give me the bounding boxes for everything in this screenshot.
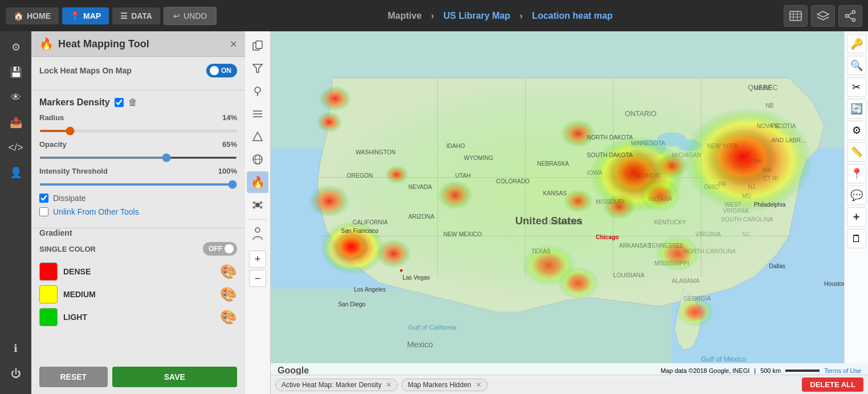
svg-line-9 — [848, 17, 853, 19]
radius-value: 14% — [222, 113, 237, 122]
zoom-out-button[interactable]: − — [249, 270, 266, 287]
heat-map-badge-text: Active Heat Map: Marker Density — [282, 381, 381, 389]
map-label: MAP — [83, 11, 101, 20]
svg-text:NH: NH — [754, 158, 763, 164]
sidebar-save[interactable]: 💾 — [5, 61, 27, 84]
map-tool-fire[interactable]: 🔥 — [247, 171, 268, 193]
delete-all-button[interactable]: DELETE ALL — [802, 377, 863, 392]
map-container[interactable]: United States Mexico ONTARIO QUEBEC WASH… — [271, 31, 868, 394]
right-icon-settings[interactable]: ⚙ — [847, 121, 866, 140]
right-icon-table[interactable]: 🗒 — [847, 229, 866, 248]
right-icon-ruler[interactable]: 📏 — [847, 142, 866, 162]
svg-text:NJ: NJ — [748, 184, 755, 190]
intensity-row: Intensity Threshold 100% — [39, 167, 237, 188]
svg-text:ILLINOIS: ILLINOIS — [637, 173, 661, 179]
breadcrumb-layer[interactable]: Location heat map — [532, 11, 613, 20]
svg-text:NEBRASKA: NEBRASKA — [537, 161, 569, 167]
map-tool-shape[interactable] — [247, 126, 268, 147]
data-button[interactable]: ☰ DATA — [112, 7, 160, 24]
right-icon-chat[interactable]: 💬 — [847, 186, 866, 205]
undo-button[interactable]: ↩ UNDO — [164, 7, 217, 25]
tool-title: Heat Mapping Tool — [58, 38, 225, 50]
right-icon-pin[interactable]: 📍 — [847, 164, 866, 183]
sidebar-help[interactable]: ℹ — [5, 337, 27, 360]
home-button[interactable]: 🏠 HOME — [6, 7, 59, 24]
zoom-in-button[interactable]: + — [249, 251, 266, 268]
lock-section: Lock Heat Maps On Map ON — [31, 57, 245, 90]
svg-rect-12 — [256, 41, 262, 48]
right-icon-refresh[interactable]: 🔄 — [847, 99, 866, 118]
nav-right-buttons — [784, 5, 862, 27]
svg-text:NORTH CAROLINA: NORTH CAROLINA — [683, 248, 736, 255]
sidebar-share[interactable]: 📤 — [5, 111, 27, 134]
svg-text:CT RI: CT RI — [763, 175, 779, 182]
map-tool-filter[interactable] — [247, 58, 268, 79]
markers-badge-close[interactable]: ✕ — [476, 381, 482, 389]
medium-label: MEDIUM — [63, 290, 214, 299]
map-tool-copy[interactable] — [247, 35, 268, 56]
right-icon-search[interactable]: 🔍 — [847, 56, 866, 75]
radius-row: Radius 14% — [39, 113, 237, 134]
svg-text:VIRGINIA: VIRGINIA — [723, 208, 748, 214]
opacity-label: Opacity — [39, 140, 67, 149]
layers-button[interactable] — [811, 5, 835, 27]
opacity-row: Opacity 65% — [39, 140, 237, 161]
markers-density-checkbox[interactable] — [115, 98, 124, 107]
sidebar-preview[interactable]: 👁 — [5, 86, 27, 109]
sidebar-settings[interactable]: ⚙ — [5, 36, 27, 59]
opacity-slider[interactable] — [39, 157, 237, 159]
status-bar: Active Heat Map: Marker Density ✕ Map Ma… — [271, 375, 868, 394]
single-color-label: SINGLE COLOR — [39, 245, 96, 253]
intensity-slider[interactable] — [39, 183, 237, 186]
map-tool-pin[interactable] — [247, 80, 268, 102]
svg-text:Philadelphia: Philadelphia — [754, 202, 786, 208]
tool-close-button[interactable]: ✕ — [230, 39, 237, 50]
map-tool-layers[interactable] — [247, 103, 268, 125]
scale-bar-svg — [785, 368, 820, 373]
radius-slider[interactable] — [39, 130, 237, 132]
dense-label: DENSE — [63, 267, 214, 276]
breadcrumb-map[interactable]: US Library Map — [443, 11, 510, 20]
svg-text:TEXAS: TEXAS — [531, 248, 551, 255]
sidebar-embed[interactable]: </> — [5, 136, 27, 159]
right-icon-scissors[interactable]: ✂ — [847, 77, 866, 97]
svg-point-23 — [255, 203, 260, 207]
svg-text:MINNESOTA: MINNESOTA — [631, 140, 665, 146]
heat-map-badge-close[interactable]: ✕ — [386, 381, 392, 389]
svg-text:ARIZONA: ARIZONA — [408, 214, 434, 220]
sidebar-power[interactable]: ⏻ — [5, 362, 27, 385]
svg-text:GEORGIA: GEORGIA — [683, 296, 711, 302]
dense-color-swatch[interactable] — [39, 262, 58, 281]
map-tool-cluster[interactable] — [247, 194, 268, 216]
svg-text:NEW YORK: NEW YORK — [707, 143, 739, 149]
single-color-toggle[interactable]: OFF — [203, 242, 237, 256]
reset-button[interactable]: RESET — [39, 367, 108, 387]
map-tool-globe[interactable] — [247, 149, 268, 170]
svg-text:Chicago: Chicago — [596, 234, 619, 240]
unlink-checkbox[interactable] — [39, 207, 48, 216]
svg-text:NOVA SCOTIA: NOVA SCOTIA — [757, 123, 796, 129]
svg-text:PA: PA — [719, 181, 726, 187]
right-icon-key[interactable]: 🔑 — [847, 34, 866, 54]
save-button[interactable]: SAVE — [112, 367, 237, 387]
dense-color-wheel[interactable]: 🎨 — [220, 264, 237, 280]
right-icon-add[interactable]: + — [847, 207, 866, 227]
unlink-label[interactable]: Unlink From Other Tools — [53, 207, 139, 216]
terms-of-use-link[interactable]: Terms of Use — [824, 367, 861, 374]
map-svg: United States Mexico ONTARIO QUEBEC WASH… — [271, 31, 868, 394]
light-color-wheel[interactable]: 🎨 — [220, 309, 237, 325]
map-style-button[interactable] — [784, 5, 808, 27]
map-button[interactable]: 📍 MAP — [62, 7, 109, 24]
map-tool-person[interactable] — [247, 223, 268, 245]
svg-text:Houston: Houston — [824, 281, 846, 287]
share-button[interactable] — [838, 5, 862, 27]
light-color-swatch[interactable] — [39, 308, 58, 326]
medium-color-swatch[interactable] — [39, 285, 58, 303]
medium-color-wheel[interactable]: 🎨 — [220, 286, 237, 302]
lock-toggle[interactable]: ON — [206, 64, 237, 77]
gradient-title: Gradient — [39, 228, 237, 237]
markers-density-delete[interactable]: 🗑 — [128, 97, 137, 108]
svg-marker-19 — [253, 132, 262, 141]
sidebar-user[interactable]: 👤 — [5, 161, 27, 184]
dissipate-checkbox[interactable] — [39, 194, 48, 203]
